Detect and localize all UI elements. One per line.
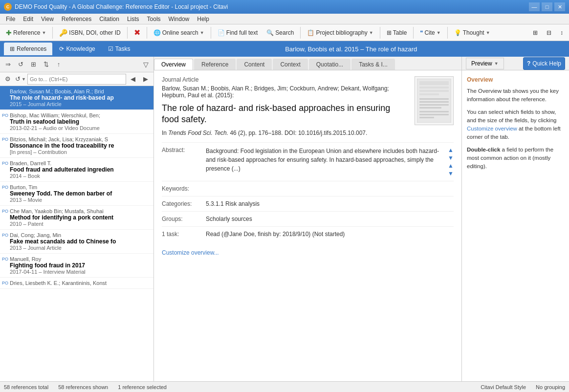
app-icon: C xyxy=(4,3,12,11)
list-item[interactable]: POBitzios, Michail; Jack, Lisa; Krzyzani… xyxy=(0,134,153,158)
list-item[interactable]: PODries, Liesbeth K. E.; Karantininis, K… xyxy=(0,278,153,289)
tab-tasks[interactable]: ☑ Tasks xyxy=(102,43,136,55)
title-bar: C DEMO Food Quality - A Global Challenge… xyxy=(0,0,569,14)
detail-tab-tasksi[interactable]: Tasks & I... xyxy=(351,59,395,70)
separator-6 xyxy=(380,27,380,39)
layout-btn-1[interactable]: ⊞ xyxy=(529,26,542,39)
detail-tab-overview[interactable]: Overview xyxy=(154,59,193,70)
list-item[interactable]: POBraden, Darrell T.Food fraud and adult… xyxy=(0,158,153,182)
isbn-button[interactable]: 🔑 ISBN, DOI, other ID xyxy=(55,26,124,39)
maximize-button[interactable]: □ xyxy=(542,2,552,11)
table-button[interactable]: ⊞ Table xyxy=(383,26,411,39)
pdf-icon: 📄 xyxy=(218,29,225,36)
nav-icon: ↺ xyxy=(15,75,21,83)
detail-tab-quotatio[interactable]: Quotatio... xyxy=(309,59,350,70)
ref-title: The role of hazard- and risk-based ap xyxy=(10,94,137,101)
sort-button[interactable]: ⇅ xyxy=(40,59,52,70)
abstract-row: Abstract: Background: Food legislation i… xyxy=(162,142,454,181)
menu-tools[interactable]: Tools xyxy=(143,15,165,23)
add-icon: ✚ xyxy=(6,29,12,37)
thought-arrow: ▼ xyxy=(486,30,490,35)
preview-dropdown-arrow: ▼ xyxy=(494,61,499,66)
list-item[interactable]: Barlow, Susan M.; Boobis, Alan R.; BridT… xyxy=(0,86,153,110)
menu-edit[interactable]: Edit xyxy=(19,15,37,23)
delete-button[interactable]: ✖ xyxy=(130,26,144,39)
separator-8 xyxy=(447,27,448,39)
expand-controls[interactable]: ▲ ▼ ▲ ▼ xyxy=(448,147,454,177)
project-bib-arrow: ▼ xyxy=(369,30,373,35)
tasks-icon: ☑ xyxy=(108,45,113,52)
svg-rect-7 xyxy=(419,104,449,106)
separator-7 xyxy=(413,27,414,39)
task-value: Read (@Jane Doe, finish by: 2018/9/10) (… xyxy=(206,231,454,238)
settings-icon[interactable]: ⚙ xyxy=(2,73,14,85)
detail-journal: In Trends Food Sci. Tech. 46 (2), pp. 17… xyxy=(162,130,403,136)
detail-tab-reference[interactable]: Reference xyxy=(194,59,236,70)
project-bib-button[interactable]: 📋 Project bibliography ▼ xyxy=(303,26,377,39)
separator-4 xyxy=(211,27,211,39)
layout-btn-3[interactable]: ↕ xyxy=(556,26,567,39)
detail-tab-content[interactable]: Content xyxy=(237,59,272,70)
journal-doi: DOI: 10.1016/j.tifs.2015.10.007. xyxy=(284,130,367,136)
next-button[interactable]: ▶ xyxy=(140,73,152,85)
status-shown: 58 references shown xyxy=(58,384,108,390)
detail-tab-context[interactable]: Context xyxy=(273,59,307,70)
list-item[interactable]: POChe Man, Yaakob Bin; Mustafa, ShuhaiMe… xyxy=(0,206,153,230)
ref-authors: Bitzios, Michail; Jack, Lisa; Krzyzaniak… xyxy=(10,136,150,142)
menu-help[interactable]: Help xyxy=(193,15,213,23)
title-text: DEMO Food Quality - A Global Challenge: … xyxy=(15,3,228,10)
tab-references[interactable]: ⊞ References xyxy=(4,43,52,55)
customize-overview-link[interactable]: Customize overview... xyxy=(162,249,219,256)
group-button[interactable]: ⊞ xyxy=(27,59,39,70)
close-button[interactable]: ✕ xyxy=(554,2,565,11)
journal-name: Trends Food Sci. Tech. xyxy=(168,130,228,136)
list-item[interactable]: POManuell, RoyFighting food fraud in 201… xyxy=(0,254,153,278)
online-search-button[interactable]: 🌐 Online search ▼ xyxy=(150,26,208,39)
cite-arrow: ▼ xyxy=(437,30,441,35)
menu-references[interactable]: References xyxy=(58,15,95,23)
reference-title-display: Barlow, Boobis et al. 2015 – The role of… xyxy=(137,45,565,53)
menu-lists[interactable]: Lists xyxy=(123,15,143,23)
help-content: Overview The Overview tab shows you the … xyxy=(462,70,569,179)
preview-button[interactable]: Preview ▼ xyxy=(466,58,504,69)
left-search-bar: ⚙ ↺ ▼ ◀ ▶ xyxy=(0,72,153,86)
main-content: ⇒ ↺ ⊞ ⇅ ↑ ▽ ⚙ ↺ ▼ ◀ ▶ Barlow, Susan M.; … xyxy=(0,57,569,381)
cite-button[interactable]: ❝ Cite ▼ xyxy=(416,26,444,39)
globe-icon: 🌐 xyxy=(153,29,161,36)
tab-knowledge[interactable]: ⟳ Knowledge xyxy=(53,43,101,55)
menu-window[interactable]: Window xyxy=(165,15,194,23)
export-button[interactable]: ↑ xyxy=(53,59,65,70)
menu-citation[interactable]: Citation xyxy=(95,15,123,23)
detail-tabs: OverviewReferenceContentContextQuotatio.… xyxy=(154,57,461,70)
refresh-button[interactable]: ↺ xyxy=(15,59,26,70)
list-item[interactable]: POBurton, TimSweeney Todd. The demon bar… xyxy=(0,182,153,206)
minimize-button[interactable]: — xyxy=(529,2,540,11)
find-full-text-button[interactable]: 📄 Find full text xyxy=(214,26,262,39)
menu-view[interactable]: View xyxy=(37,15,58,23)
ref-meta: 2013-02-21 – Audio or Video Docume xyxy=(10,125,150,131)
bib-icon: 📋 xyxy=(307,29,314,36)
list-item[interactable]: POBishop, Mac William; Werschkul, Ben;Tr… xyxy=(0,110,153,134)
groups-value: Scholarly sources xyxy=(206,216,454,222)
separator-5 xyxy=(300,27,301,39)
ref-meta: 2017-04-11 – Interview Material xyxy=(10,269,150,275)
expand-all-button[interactable]: ⇒ xyxy=(2,59,14,70)
svg-rect-6 xyxy=(419,101,449,103)
nav-dropdown-button[interactable]: ↺ ▼ xyxy=(15,73,26,85)
svg-rect-3 xyxy=(419,90,449,92)
layout-btn-2[interactable]: ⊟ xyxy=(543,26,555,39)
reference-button[interactable]: ✚ Reference ▼ xyxy=(2,26,50,39)
thought-button[interactable]: 💡 Thought ▼ xyxy=(450,26,494,39)
quick-help-button[interactable]: ? Quick Help xyxy=(523,57,565,70)
status-total: 58 references total xyxy=(4,384,48,390)
prev-button[interactable]: ◀ xyxy=(127,73,139,85)
help-customize-link[interactable]: Customize overview xyxy=(467,126,517,131)
filter-button[interactable]: ▽ xyxy=(140,59,152,70)
list-item[interactable]: PODai, Cong; Jiang, MinFake meat scandal… xyxy=(0,230,153,254)
thought-icon: 💡 xyxy=(454,29,461,36)
menu-file[interactable]: File xyxy=(2,15,19,23)
table-icon: ⊞ xyxy=(387,29,392,36)
delete-icon: ✖ xyxy=(134,28,140,37)
search-button[interactable]: 🔍 Search xyxy=(263,26,298,39)
goto-search-input[interactable] xyxy=(27,74,126,85)
